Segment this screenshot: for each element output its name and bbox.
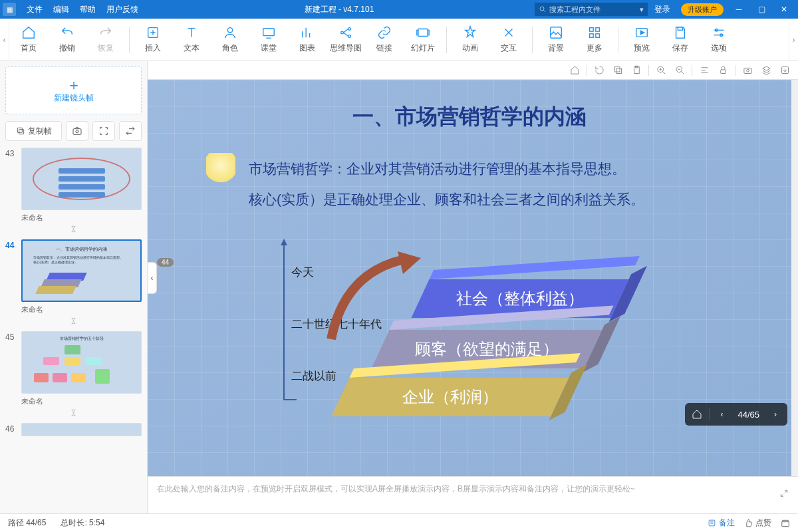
toolbar-scroll-right[interactable]: › (789, 19, 798, 61)
svg-line-16 (343, 29, 348, 33)
thumbnail-46[interactable] (21, 423, 142, 436)
slide-panel: ＋ 新建镜头帧 复制帧 43 未命名 44 (0, 61, 148, 513)
status-bar: 路径 44/65 总时长: 5:54 备注 点赞 (0, 513, 798, 532)
options-button[interactable]: 选项 (700, 19, 738, 61)
login-button[interactable]: 登录 (648, 4, 677, 15)
pager-home-button[interactable] (688, 405, 706, 424)
svg-line-1 (544, 11, 546, 13)
snapshot-icon[interactable] (741, 64, 754, 77)
slide-text-2[interactable]: 核心(实质）是正确处理企业、顾客和社会三者之间的利益关系。 (249, 190, 644, 209)
menu-edit[interactable]: 编辑 (48, 4, 74, 15)
home-view-icon[interactable] (568, 64, 581, 77)
scan-button[interactable] (92, 121, 115, 141)
svg-rect-52 (743, 68, 751, 73)
slide-pager: ‹ 44/65 › (685, 403, 787, 426)
link-button[interactable]: 链接 (365, 19, 404, 61)
background-button[interactable]: 背景 (537, 19, 575, 61)
lock-icon[interactable] (716, 64, 730, 77)
search-input[interactable]: 搜索工程内文件 ▾ (535, 3, 648, 16)
svg-rect-34 (17, 128, 22, 132)
save-button[interactable]: 保存 (661, 19, 700, 61)
layer-enterprise[interactable]: 企业（利润） (331, 378, 569, 416)
menu-file[interactable]: 文件 (21, 4, 48, 15)
menu-help[interactable]: 帮助 (74, 4, 101, 15)
zoom-out-icon[interactable] (673, 64, 686, 77)
svg-line-17 (343, 33, 348, 37)
zoom-in-icon[interactable] (654, 64, 668, 77)
status-archive-icon[interactable] (781, 519, 790, 528)
text-button[interactable]: 文本 (172, 19, 211, 61)
maximize-button[interactable]: ▢ (750, 5, 773, 14)
camera-button[interactable] (66, 121, 88, 141)
svg-rect-21 (551, 27, 562, 39)
class-button[interactable]: 课堂 (249, 19, 288, 61)
svg-rect-38 (614, 67, 620, 72)
copy-frame-button[interactable]: 复制帧 (5, 121, 62, 141)
minimize-button[interactable]: ─ (728, 5, 750, 14)
chart-button[interactable]: 图表 (288, 19, 327, 61)
more-button[interactable]: 更多 (575, 19, 614, 61)
axis-label-3[interactable]: 二战以前 (291, 368, 336, 384)
preview-button[interactable]: 预览 (622, 19, 661, 61)
thumb-number: 43 (5, 148, 19, 158)
undo-button[interactable]: 撤销 (48, 19, 86, 61)
svg-rect-33 (19, 130, 23, 134)
svg-rect-51 (720, 70, 726, 74)
main-toolbar: ‹ 首页 撤销 恢复 插入 文本 角色 课堂 图表 思维导图 链接 幻灯片 动画… (0, 19, 798, 61)
home-button[interactable]: 首页 (9, 19, 48, 61)
slide-button[interactable]: 幻灯片 (404, 19, 442, 61)
svg-marker-27 (640, 31, 644, 35)
rotate-left-icon[interactable] (593, 64, 606, 77)
svg-point-7 (227, 28, 232, 33)
thumb-number: 46 (5, 423, 19, 434)
main-area: ＋ 新建镜头帧 复制帧 43 未命名 44 (0, 61, 798, 513)
upgrade-button[interactable]: 升级账户 (681, 3, 724, 16)
canvas-toolbar (148, 61, 798, 80)
pager-count: 44/65 (733, 410, 763, 420)
pager-prev-button[interactable]: ‹ (712, 405, 731, 424)
redo-button[interactable]: 恢复 (86, 19, 125, 61)
new-frame-button[interactable]: ＋ 新建镜头帧 (5, 66, 142, 114)
svg-rect-35 (73, 129, 81, 135)
insert-button[interactable]: 插入 (134, 19, 172, 61)
thumbnail-44[interactable]: 一、市场营销哲学的内涵 市场营销哲学：企业对其营销活动进行管理的基本指导思想。核… (21, 239, 142, 316)
thumb-timer-icon (5, 408, 142, 422)
thumb-number: 45 (5, 331, 19, 342)
anim-button[interactable]: 动画 (451, 19, 489, 61)
copy-icon[interactable] (611, 64, 624, 77)
status-duration: 总时长: 5:54 (61, 517, 104, 529)
plus-icon: ＋ (66, 78, 81, 92)
svg-rect-56 (709, 520, 715, 526)
thumb-number: 44 (5, 239, 19, 250)
toolbar-scroll-left[interactable]: ‹ (0, 19, 9, 61)
menu-feedback[interactable]: 用户反馈 (101, 4, 144, 15)
paste-icon[interactable] (630, 64, 643, 77)
timeline-axis[interactable] (283, 241, 285, 400)
svg-rect-22 (590, 28, 594, 32)
align-icon[interactable] (698, 64, 711, 77)
pager-next-button[interactable]: › (766, 405, 785, 424)
layers-icon[interactable] (759, 64, 773, 77)
mindmap-button[interactable]: 思维导图 (327, 19, 365, 61)
status-like-button[interactable]: 点赞 (744, 517, 771, 529)
role-button[interactable]: 角色 (211, 19, 249, 61)
axis-label-1[interactable]: 今天 (291, 265, 314, 280)
svg-point-14 (348, 28, 351, 31)
interaction-button[interactable]: 交互 (489, 19, 528, 61)
expand-notes-icon[interactable] (779, 489, 789, 500)
thumbnail-list[interactable]: 43 未命名 44 一、市场营销哲学的内涵 市场营销哲学：企业对其营销活动进行管… (5, 148, 142, 508)
export-icon[interactable] (778, 64, 791, 77)
close-button[interactable]: ✕ (773, 5, 795, 14)
svg-point-53 (746, 69, 749, 72)
notes-input[interactable]: 在此处输入您的备注内容，在预览时开启双屏模式，可以实现A屏全屏播放演示内容，B屏… (148, 476, 798, 513)
swap-button[interactable] (119, 121, 142, 141)
status-notes-button[interactable]: 备注 (708, 517, 735, 529)
lightbulb-icon[interactable] (206, 153, 235, 189)
slide-text-1[interactable]: 市场营销哲学：企业对其营销活动进行管理的基本指导思想。 (249, 160, 626, 178)
slide-title[interactable]: 一、市场营销哲学的内涵 (148, 102, 791, 132)
svg-rect-8 (263, 29, 275, 36)
collapse-sidebar-button[interactable]: ‹ (148, 262, 157, 294)
thumbnail-45[interactable]: 市场营销哲学的五个阶段 未命名 (21, 331, 142, 408)
thumbnail-43[interactable]: 未命名 (21, 148, 142, 224)
search-icon (539, 5, 547, 13)
